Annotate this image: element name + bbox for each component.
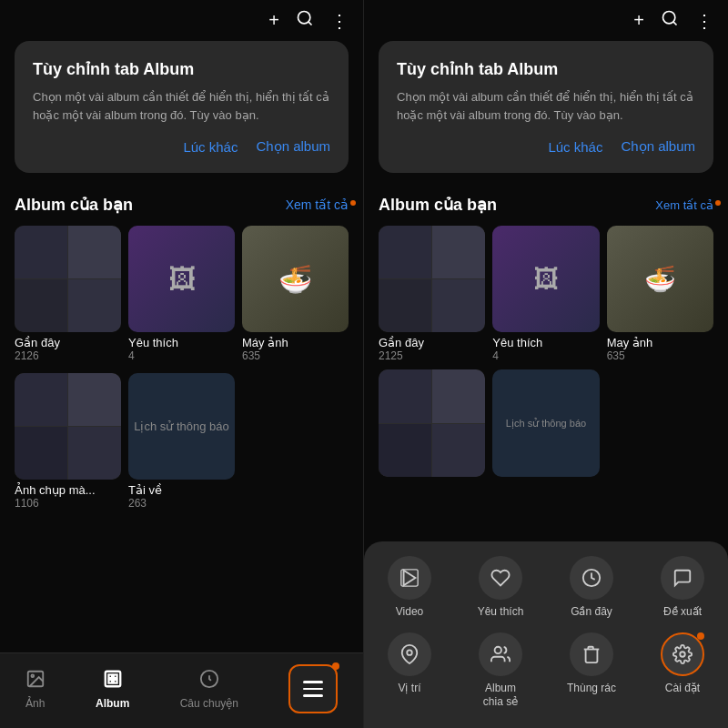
nav-label-story: Câu chuyện <box>180 697 238 710</box>
album-count-4: 263 <box>128 497 235 510</box>
svg-marker-12 <box>404 571 416 586</box>
left-dialog: Tùy chỉnh tab Album Chọn một vài album c… <box>15 41 349 173</box>
add-icon-right[interactable]: + <box>633 10 644 31</box>
svg-point-0 <box>298 12 310 24</box>
left-view-all[interactable]: Xem tất cả <box>286 197 349 212</box>
left-dialog-title: Tùy chỉnh tab Album <box>33 59 330 79</box>
right-album-item-2[interactable]: 🍜 May ảnh 635 <box>607 226 713 362</box>
story-icon <box>199 669 219 693</box>
more-icon-right[interactable]: ⋮ <box>695 10 713 32</box>
menu-item-favorites[interactable]: Yêu thích <box>462 556 539 618</box>
album-item-empty <box>242 373 349 510</box>
left-albums-header: Album của bạn Xem tất cả <box>0 187 363 222</box>
right-view-all[interactable]: Xem tất cả <box>655 198 713 212</box>
right-albums-header: Album của bạn Xem tất cả <box>364 187 728 222</box>
right-album-label-0: Gần đây <box>379 336 485 349</box>
album-label-3: Ảnh chụp mà... <box>15 483 121 497</box>
btn-later-left[interactable]: Lúc khác <box>183 138 238 155</box>
left-topbar: + ⋮ <box>0 0 363 41</box>
heart-icon <box>479 556 522 600</box>
suggest-icon <box>661 556 704 600</box>
album-label-4: Tải về <box>128 483 235 497</box>
album-count-1: 4 <box>128 349 235 362</box>
right-album-label-1: Yêu thích <box>492 336 599 349</box>
left-dialog-buttons: Lúc khác Chọn album <box>33 138 330 155</box>
svg-point-3 <box>31 674 34 677</box>
left-album-grid-row2: Ảnh chụp mà... 1106 Lịch sử thông báo Tả… <box>0 373 363 510</box>
btn-choose-left[interactable]: Chọn album <box>256 138 330 155</box>
right-album-count-2: 635 <box>607 349 713 362</box>
album-item-yeu-thich[interactable]: 🖼 Yêu thích 4 <box>128 226 235 362</box>
album-label-0: Gần đây <box>15 336 121 349</box>
album-count-2: 635 <box>242 349 349 362</box>
right-panel: + ⋮ Tùy chỉnh tab Album Chọn một vài alb… <box>364 0 728 728</box>
btn-choose-right[interactable]: Chọn album <box>621 138 695 155</box>
left-bottom-nav: Ảnh Album Câu chuyện <box>0 652 363 728</box>
right-album-count-0: 2125 <box>379 349 485 362</box>
photos-icon <box>25 669 46 693</box>
left-albums-title: Album của bạn <box>15 195 133 215</box>
hamburger-line-3 <box>303 694 323 697</box>
menu-item-trash[interactable]: Thùng rác <box>553 632 630 710</box>
svg-rect-5 <box>108 674 112 678</box>
svg-rect-7 <box>108 679 112 682</box>
svg-point-17 <box>680 652 685 657</box>
menu-label-suggest: Đề xuất <box>663 605 702 618</box>
video-icon <box>388 556 431 600</box>
right-album-count-1: 4 <box>492 349 599 362</box>
album-item-gan-day[interactable]: Gần đây 2126 <box>15 226 121 362</box>
nav-item-story[interactable]: Câu chuyện <box>180 669 238 710</box>
btn-later-right[interactable]: Lúc khác <box>548 138 602 155</box>
search-icon-left[interactable] <box>296 9 314 32</box>
right-album-item-row2-1[interactable]: Lịch sử thông báo <box>492 369 599 476</box>
trash-icon <box>570 632 613 676</box>
right-dialog-desc: Chọn một vài album cần thiết để hiển thị… <box>397 88 695 124</box>
hamburger-line-1 <box>303 681 323 683</box>
menu-item-shared[interactable]: Albumchia sẻ <box>462 632 539 710</box>
search-icon-right[interactable] <box>661 9 679 32</box>
svg-point-16 <box>495 647 501 653</box>
menu-item-recent[interactable]: Gần đây <box>553 556 630 618</box>
settings-icon-box <box>661 632 704 676</box>
more-icon-left[interactable]: ⋮ <box>330 10 349 32</box>
menu-item-settings[interactable]: Cài đặt <box>644 632 721 710</box>
menu-label-location: Vị trí <box>398 682 420 694</box>
right-topbar: + ⋮ <box>364 0 728 41</box>
right-albums-title: Album của bạn <box>379 195 497 215</box>
nav-label-photos: Ảnh <box>25 697 45 710</box>
right-dialog-title: Tùy chỉnh tab Album <box>397 59 695 79</box>
album-item-anh-chup[interactable]: Ảnh chụp mà... 1106 <box>15 373 121 510</box>
hamburger-line-2 <box>303 688 323 691</box>
menu-item-location[interactable]: Vị trí <box>371 632 448 710</box>
nav-label-album: Album <box>96 697 129 710</box>
right-menu-row2: Vị trí Albumchia sẻ Thùng rác Cài đặt <box>371 632 721 710</box>
svg-line-11 <box>673 22 677 25</box>
menu-label-shared: Albumchia sẻ <box>483 682 518 710</box>
svg-rect-6 <box>114 674 117 678</box>
album-item-may-anh[interactable]: 🍜 Máy ảnh 635 <box>242 226 349 362</box>
hamburger-button[interactable] <box>288 664 338 713</box>
left-album-grid-row1: Gần đây 2126 🖼 Yêu thích 4 🍜 Máy ảnh 635 <box>0 226 363 362</box>
menu-item-suggest[interactable]: Đề xuất <box>644 556 721 618</box>
location-icon <box>388 632 431 676</box>
svg-line-1 <box>308 22 312 25</box>
right-album-item-0[interactable]: Gần đây 2125 <box>379 226 485 362</box>
left-dialog-desc: Chọn một vài album cần thiết để hiển thị… <box>33 88 330 124</box>
right-dialog: Tùy chỉnh tab Album Chọn một vài album c… <box>379 41 713 173</box>
add-icon-left[interactable]: + <box>268 10 279 31</box>
album-label-1: Yêu thích <box>128 336 235 349</box>
shared-album-icon <box>479 632 522 676</box>
nav-item-album[interactable]: Album <box>96 669 129 710</box>
menu-item-video[interactable]: Video <box>371 556 448 618</box>
menu-label-recent: Gần đây <box>571 605 612 618</box>
menu-label-favorites: Yêu thích <box>478 605 524 618</box>
album-count-3: 1106 <box>15 497 121 510</box>
right-album-item-1[interactable]: 🖼 Yêu thích 4 <box>492 226 599 362</box>
right-bottom-menu: Video Yêu thích Gần đây Đề xuất <box>364 541 728 728</box>
clock-icon <box>570 556 613 600</box>
album-item-tai-ve[interactable]: Lịch sử thông báo Tải về 263 <box>128 373 235 510</box>
right-album-item-row2-0[interactable] <box>379 369 485 476</box>
svg-point-15 <box>407 650 412 655</box>
nav-item-photos[interactable]: Ảnh <box>25 669 46 710</box>
menu-label-video: Video <box>396 605 423 618</box>
